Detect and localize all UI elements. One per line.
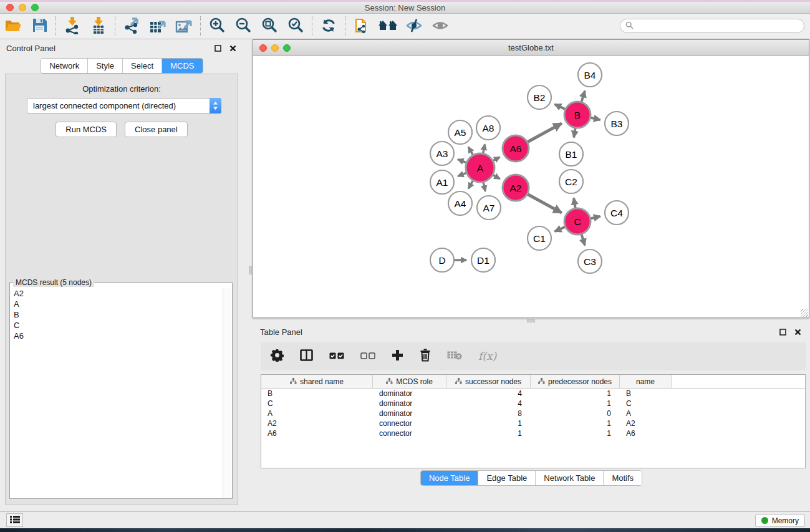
tab-motifs[interactable]: Motifs xyxy=(604,471,642,485)
column-header-MCDS-role[interactable]: MCDS role xyxy=(373,375,446,388)
close-panel-action-button[interactable]: Close panel xyxy=(125,122,188,137)
table-row[interactable]: Cdominator41C xyxy=(261,399,805,409)
close-panel-button[interactable] xyxy=(228,43,238,53)
graph-node-A6[interactable]: A6 xyxy=(503,135,529,162)
zoom-out-button[interactable] xyxy=(230,15,256,37)
zoom-selected-button[interactable] xyxy=(282,15,309,37)
graph-node-B4[interactable]: B4 xyxy=(578,63,602,87)
result-list-scrollbar[interactable] xyxy=(223,288,231,498)
run-mcds-button[interactable]: Run MCDS xyxy=(55,122,117,137)
settings-gear-button[interactable] xyxy=(271,349,284,364)
graph-node-A8[interactable]: A8 xyxy=(476,116,500,140)
open-file-button[interactable] xyxy=(0,15,26,37)
graph-node-A[interactable]: A xyxy=(466,153,494,182)
graph-node-A7[interactable]: A7 xyxy=(477,196,501,220)
graph-edge-B-B1[interactable] xyxy=(574,128,575,138)
tab-network-table[interactable]: Network Table xyxy=(536,471,604,485)
vertical-splitter-handle[interactable] xyxy=(249,266,252,274)
table-float-panel-button[interactable] xyxy=(778,327,788,337)
graph-edge-A-A1[interactable] xyxy=(458,173,466,176)
tab-network[interactable]: Network xyxy=(41,59,88,73)
clone-network-button[interactable] xyxy=(349,15,375,37)
graph-node-C4[interactable]: C4 xyxy=(605,201,629,225)
export-network-button[interactable] xyxy=(118,15,145,37)
graph-edge-B-B2[interactable] xyxy=(555,104,565,109)
mcds-result-item[interactable]: B xyxy=(11,309,223,320)
hide-eye-button[interactable] xyxy=(401,15,427,37)
float-panel-button[interactable] xyxy=(213,43,223,53)
graph-edge-C-C1[interactable] xyxy=(555,227,565,231)
mcds-result-item[interactable]: A2 xyxy=(11,288,223,299)
table-row[interactable]: Adominator80A xyxy=(261,409,805,418)
zoom-fit-button[interactable] xyxy=(256,15,282,37)
deselect-all-columns-button[interactable] xyxy=(360,352,375,361)
tab-mcds[interactable]: MCDS xyxy=(162,59,202,73)
search-input[interactable] xyxy=(636,21,804,32)
add-column-button[interactable] xyxy=(392,349,403,363)
graph-edge-A6-B[interactable] xyxy=(528,123,561,142)
graph-edge-C-C2[interactable] xyxy=(574,198,575,208)
column-header-predecessor-nodes[interactable]: predecessor nodes xyxy=(531,375,620,388)
table-row[interactable]: A6connector11A6 xyxy=(261,428,805,438)
import-network-button[interactable] xyxy=(59,15,85,37)
graph-node-A3[interactable]: A3 xyxy=(430,142,454,165)
graph-node-C3[interactable]: C3 xyxy=(578,249,602,273)
graph-node-B[interactable]: B xyxy=(564,102,591,128)
table-close-panel-button[interactable] xyxy=(793,327,803,337)
graph-node-B1[interactable]: B1 xyxy=(559,142,583,166)
import-table-button[interactable] xyxy=(85,15,112,37)
graph-node-B2[interactable]: B2 xyxy=(528,85,551,109)
graph-edge-B-B4[interactable] xyxy=(582,91,585,102)
refresh-layout-button[interactable] xyxy=(316,15,342,37)
tab-node-table[interactable]: Node Table xyxy=(421,471,479,485)
graph-node-A1[interactable]: A1 xyxy=(430,170,454,194)
graph-node-B3[interactable]: B3 xyxy=(605,112,629,135)
column-header-shared-name[interactable]: shared name xyxy=(261,375,373,388)
criterion-select[interactable]: largest connected component (directed) xyxy=(27,98,221,114)
save-session-button[interactable] xyxy=(26,15,52,37)
mcds-result-item[interactable]: C xyxy=(11,320,223,331)
graph-edge-A-A2[interactable] xyxy=(493,175,500,179)
select-all-columns-button[interactable] xyxy=(329,352,344,361)
tab-select[interactable]: Select xyxy=(123,59,162,73)
mcds-result-item[interactable]: A xyxy=(11,299,223,309)
show-eye-button[interactable] xyxy=(427,15,453,37)
column-layout-button[interactable] xyxy=(300,349,313,363)
window-resize-grip[interactable] xyxy=(801,309,808,317)
table-row[interactable]: A2connector11A2 xyxy=(261,418,805,428)
graph-edge-C-C4[interactable] xyxy=(591,216,600,218)
table-row[interactable]: Bdominator41B xyxy=(261,389,805,399)
graph-node-D[interactable]: D xyxy=(430,248,454,272)
graph-edge-B-B3[interactable] xyxy=(591,118,600,120)
graph-edge-A-A5[interactable] xyxy=(468,147,473,155)
task-history-button[interactable] xyxy=(6,513,23,527)
horizontal-splitter-handle[interactable] xyxy=(527,319,535,322)
graph-edge-C-C3[interactable] xyxy=(582,235,585,245)
network-canvas[interactable]: AA1A2A3A4A5A6A7A8BB1B2B3B4CC1C2C3C4DD1 xyxy=(253,56,809,317)
graph-node-D1[interactable]: D1 xyxy=(471,248,495,272)
tab-style[interactable]: Style xyxy=(88,59,123,73)
export-table-button[interactable] xyxy=(145,15,171,37)
export-image-button[interactable] xyxy=(171,15,197,37)
graph-node-A2[interactable]: A2 xyxy=(503,175,529,201)
network-window-titlebar[interactable]: testGlobe.txt xyxy=(253,40,809,56)
graph-edge-A-A3[interactable] xyxy=(458,160,466,163)
graph-node-C2[interactable]: C2 xyxy=(559,170,583,193)
memory-button[interactable]: Memory xyxy=(755,514,805,527)
graph-node-A4[interactable]: A4 xyxy=(448,191,472,215)
delete-column-button[interactable] xyxy=(420,349,431,364)
column-header-successor-nodes[interactable]: successor nodes xyxy=(446,375,531,388)
graph-node-C1[interactable]: C1 xyxy=(528,226,551,250)
graph-edge-A-A7[interactable] xyxy=(483,182,485,191)
tab-edge-table[interactable]: Edge Table xyxy=(478,471,536,485)
graph-edge-A-A4[interactable] xyxy=(468,181,473,189)
zoom-in-button[interactable] xyxy=(204,15,230,37)
column-header-name[interactable]: name xyxy=(620,375,672,388)
mcds-result-item[interactable]: A6 xyxy=(11,331,223,341)
graph-edge-A-A8[interactable] xyxy=(483,144,485,153)
graph-edge-A2-C[interactable] xyxy=(528,195,561,213)
graph-edge-A-A6[interactable] xyxy=(493,157,499,161)
graph-node-C[interactable]: C xyxy=(564,208,591,235)
graph-node-A5[interactable]: A5 xyxy=(448,120,472,144)
home-button[interactable] xyxy=(375,15,401,37)
